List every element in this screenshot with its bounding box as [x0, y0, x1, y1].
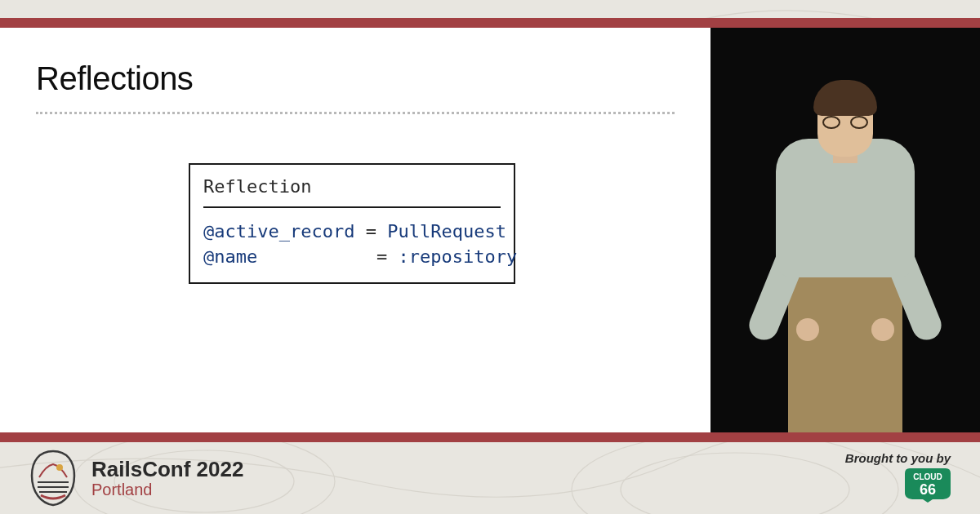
glasses-icon [822, 116, 868, 129]
conference-text-block: RailsConf 2022 Portland [91, 458, 243, 499]
sponsor-text-top: CLOUD [913, 472, 942, 481]
class-pullrequest: PullRequest [387, 221, 506, 241]
reflection-code-box: Reflection @active_record = PullRequest … [189, 163, 515, 284]
conference-name: RailsConf 2022 [91, 458, 243, 481]
cloud66-logo-icon: CLOUD 66 [905, 468, 951, 503]
code-box-heading: Reflection [203, 175, 501, 208]
slide-title: Reflections [36, 60, 675, 97]
conference-location: Portland [91, 481, 243, 498]
sponsor-text-bottom: 66 [920, 481, 936, 498]
top-red-rule [0, 18, 980, 28]
footer-right: Brought to you by CLOUD 66 [845, 451, 951, 506]
brought-by-label: Brought to you by [845, 451, 951, 465]
presentation-slide: Reflections Reflection @active_record = … [0, 28, 710, 432]
railsconf-logo-icon [29, 450, 77, 507]
footer-left: RailsConf 2022 Portland [29, 450, 243, 507]
dotted-divider [36, 112, 675, 114]
symbol-repository: :repository [398, 246, 517, 267]
code-line-2: @name = :repository [203, 245, 501, 270]
code-line-1: @active_record = PullRequest [203, 219, 501, 245]
footer-bar: RailsConf 2022 Portland Brought to you b… [0, 442, 980, 514]
bottom-red-rule [0, 432, 980, 442]
speaker-figure [747, 57, 943, 432]
main-content-row: Reflections Reflection @active_record = … [0, 28, 980, 432]
ivar-active-record: @active_record [203, 221, 354, 241]
svg-point-4 [56, 464, 63, 471]
speaker-camera-feed [710, 28, 980, 432]
ivar-name: @name [203, 246, 257, 267]
